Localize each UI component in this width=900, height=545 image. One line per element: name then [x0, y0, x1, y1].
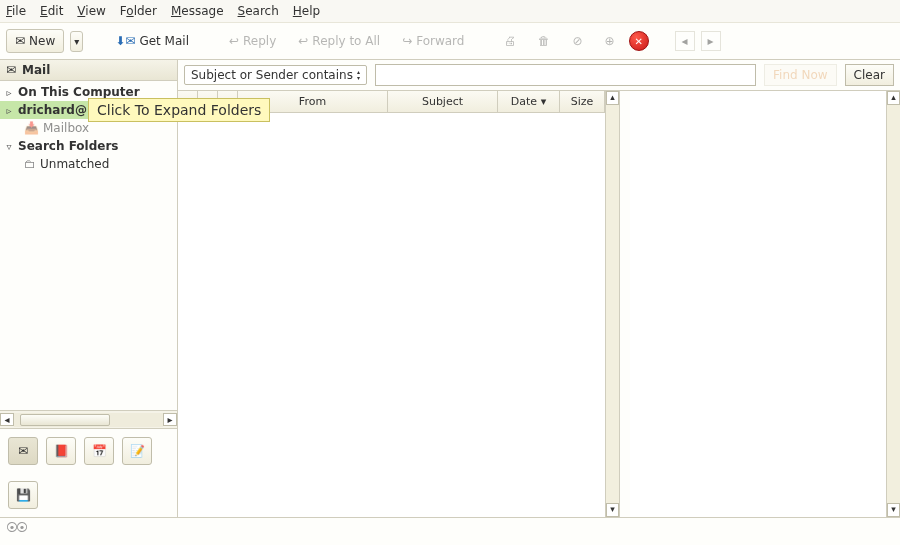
prev-button[interactable]: ◂: [675, 31, 695, 51]
message-list-pane: ✉ ◷ ● From Subject Date ▾ Size ▴ ▾: [178, 91, 620, 517]
reply-button[interactable]: ↩ Reply: [221, 30, 284, 52]
junk-button[interactable]: ⊘: [564, 30, 590, 52]
message-list-body[interactable]: [178, 113, 605, 517]
sidebar-header[interactable]: ✉ Mail: [0, 60, 177, 81]
new-button[interactable]: ✉ New: [6, 29, 64, 53]
book-icon: 📕: [54, 444, 69, 458]
next-button[interactable]: ▸: [701, 31, 721, 51]
list-vertical-scroll[interactable]: ▴ ▾: [605, 91, 619, 517]
chevron-down-icon[interactable]: ▿: [4, 141, 14, 152]
menu-file[interactable]: File: [6, 4, 26, 18]
switch-mail[interactable]: ✉: [8, 437, 38, 465]
forward-icon: ↪: [402, 34, 412, 48]
toolbar: ✉ New ▾ ⬇✉ Get Mail ↩ Reply ↩ Reply to A…: [0, 23, 900, 60]
disk-icon: 💾: [16, 488, 31, 502]
print-button[interactable]: 🖨: [496, 30, 524, 52]
switch-misc[interactable]: 💾: [8, 481, 38, 509]
scroll-track[interactable]: [887, 105, 900, 503]
menu-help[interactable]: Help: [293, 4, 320, 18]
tree-search-folders[interactable]: ▿ Search Folders: [0, 137, 177, 155]
menu-search[interactable]: Search: [238, 4, 279, 18]
notjunk-icon: ⊕: [605, 34, 615, 48]
col-date[interactable]: Date ▾: [498, 91, 560, 112]
menubar: File Edit View Folder Message Search Hel…: [0, 0, 900, 23]
grip-icon: ⦿⦿: [6, 521, 26, 535]
chevron-right-icon[interactable]: ▹: [4, 105, 14, 116]
forward-button[interactable]: ↪ Forward: [394, 30, 472, 52]
spinner-icon[interactable]: ▴▾: [357, 69, 360, 81]
sidebar-horizontal-scroll[interactable]: ◂ ▸: [0, 410, 177, 428]
preview-vertical-scroll[interactable]: ▴ ▾: [886, 91, 900, 517]
getmail-icon: ⬇✉: [115, 34, 135, 48]
scroll-right-icon[interactable]: ▸: [163, 413, 177, 426]
folder-icon: 🗀: [24, 157, 36, 171]
compose-icon: ✉: [15, 34, 25, 48]
scroll-track[interactable]: [606, 105, 619, 503]
statusbar: ⦿⦿: [0, 517, 900, 537]
replyall-button[interactable]: ↩ Reply to All: [290, 30, 388, 52]
menu-message[interactable]: Message: [171, 4, 224, 18]
col-size[interactable]: Size: [560, 91, 605, 112]
scroll-track[interactable]: [14, 413, 163, 427]
search-scope-combo[interactable]: Subject or Sender contains ▴▾: [184, 65, 367, 85]
getmail-label: Get Mail: [139, 34, 189, 48]
note-icon: 📝: [130, 444, 145, 458]
delete-button[interactable]: 🗑: [530, 30, 558, 52]
scroll-down-icon[interactable]: ▾: [887, 503, 900, 517]
getmail-button[interactable]: ⬇✉ Get Mail: [107, 30, 197, 52]
component-switcher: ✉ 📕 📅 📝 💾: [0, 428, 177, 517]
main-column: Subject or Sender contains ▴▾ Find Now C…: [178, 60, 900, 517]
switch-calendar[interactable]: 📅: [84, 437, 114, 465]
folder-tree: ▹ On This Computer ▹ drichard@larg 📥 Mai…: [0, 81, 177, 410]
junk-icon: ⊘: [572, 34, 582, 48]
trash-icon: 🗑: [538, 34, 550, 48]
scroll-up-icon[interactable]: ▴: [887, 91, 900, 105]
menu-edit[interactable]: Edit: [40, 4, 63, 18]
notjunk-button[interactable]: ⊕: [597, 30, 623, 52]
envelope-icon: ✉: [6, 63, 16, 77]
new-label: New: [29, 34, 55, 48]
scroll-left-icon[interactable]: ◂: [0, 413, 14, 426]
search-scope-label: Subject or Sender contains: [191, 68, 353, 82]
calendar-icon: 📅: [92, 444, 107, 458]
mail-icon: ✉: [18, 444, 28, 458]
scroll-down-icon[interactable]: ▾: [606, 503, 619, 517]
new-dropdown[interactable]: ▾: [70, 31, 83, 52]
switch-contacts[interactable]: 📕: [46, 437, 76, 465]
scroll-thumb[interactable]: [20, 414, 110, 426]
splitter[interactable]: [620, 91, 630, 517]
preview-body[interactable]: [630, 91, 886, 517]
close-icon: ✕: [634, 36, 642, 47]
callout-tooltip: Click To Expand Folders: [88, 98, 270, 122]
switch-memos[interactable]: 📝: [122, 437, 152, 465]
col-subject[interactable]: Subject: [388, 91, 498, 112]
search-input[interactable]: [375, 64, 756, 86]
find-now-button[interactable]: Find Now: [764, 64, 837, 86]
chevron-down-icon: ▾: [541, 95, 547, 108]
chevron-right-icon[interactable]: ▹: [4, 87, 14, 98]
menu-view[interactable]: View: [77, 4, 105, 18]
reply-icon: ↩: [229, 34, 239, 48]
preview-pane: ▴ ▾: [630, 91, 900, 517]
print-icon: 🖨: [504, 34, 516, 48]
stop-button[interactable]: ✕: [629, 31, 649, 51]
searchbar: Subject or Sender contains ▴▾ Find Now C…: [178, 60, 900, 91]
clear-button[interactable]: Clear: [845, 64, 894, 86]
replyall-icon: ↩: [298, 34, 308, 48]
menu-folder[interactable]: Folder: [120, 4, 157, 18]
sidebar: ✉ Mail ▹ On This Computer ▹ drichard@lar…: [0, 60, 178, 517]
sidebar-title: Mail: [22, 63, 50, 77]
scroll-up-icon[interactable]: ▴: [606, 91, 619, 105]
tree-unmatched[interactable]: 🗀 Unmatched: [0, 155, 177, 173]
inbox-icon: 📥: [24, 121, 39, 135]
